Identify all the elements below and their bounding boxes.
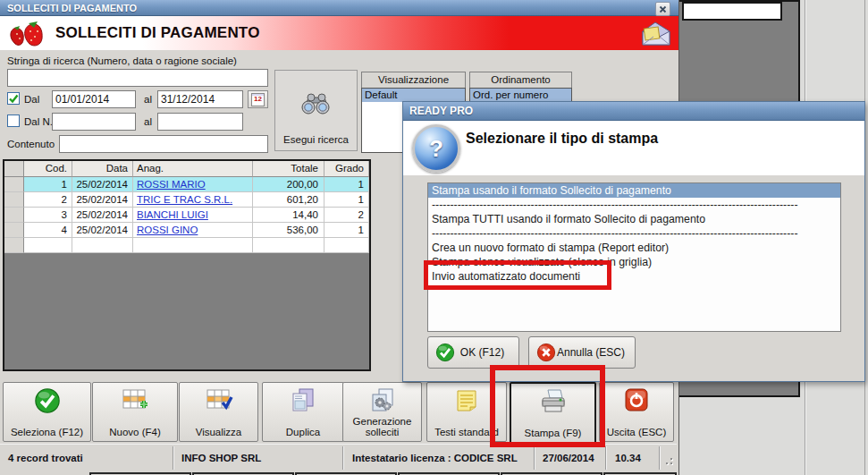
- dialog-titlebar[interactable]: READY PRO: [403, 102, 864, 121]
- table-row[interactable]: 125/02/2014ROSSI MARIO200,001: [4, 177, 369, 192]
- row-marker[interactable]: [4, 177, 24, 192]
- dal-label: Dal: [24, 94, 39, 105]
- gears-doc-icon: [343, 387, 421, 414]
- table-row[interactable]: 225/02/2014TRIC E TRAC S.R.L.601,201: [4, 192, 369, 208]
- date-to-input[interactable]: [157, 90, 243, 108]
- print-dialog: READY PRO ? Selezionare il tipo di stamp…: [402, 101, 865, 382]
- print-option[interactable]: Stampa elenco visualizzato (elenco in gr…: [428, 255, 840, 269]
- col-totale[interactable]: Totale: [253, 161, 324, 177]
- table-row[interactable]: [4, 238, 369, 253]
- anag-link[interactable]: TRIC E TRAC S.R.L.: [137, 194, 232, 205]
- toolbar-button-label: Nuovo (F4): [93, 427, 177, 437]
- print-option[interactable]: Stampa TUTTI usando il formato Sollecito…: [428, 212, 840, 226]
- dialog-title: READY PRO: [403, 102, 864, 120]
- toolbar-button-label: Generazione solleciti: [343, 416, 421, 437]
- al-label-2: al: [144, 116, 152, 127]
- contenuto-input[interactable]: [59, 135, 268, 153]
- calendar-icon[interactable]: 12: [248, 90, 268, 108]
- background-field: [682, 2, 782, 21]
- toolbar-button-generazione-solleciti[interactable]: Generazione solleciti: [342, 382, 422, 442]
- grid-check-icon: [180, 387, 257, 414]
- check-circle-icon: [4, 387, 90, 414]
- ordinamento-header[interactable]: Ordinamento: [469, 72, 572, 89]
- col-data[interactable]: Data: [72, 161, 133, 177]
- search-input[interactable]: [7, 69, 268, 87]
- toolbar-button-duplica[interactable]: Duplica: [262, 382, 344, 442]
- dal-checkbox[interactable]: [7, 92, 20, 105]
- cancel-button-label: Annulla (ESC): [557, 346, 634, 359]
- window-title: SOLLECITI DI PAGAMENTO: [7, 0, 137, 16]
- print-option[interactable]: Invio automatizzato documenti: [428, 269, 840, 284]
- cancel-x-icon: [536, 343, 556, 362]
- power-icon: [600, 387, 673, 412]
- table-row[interactable]: 425/02/2014ROSSI GINO536,001: [4, 223, 369, 238]
- search-label: Stringa di ricerca (Numero, data o ragio…: [7, 55, 237, 66]
- resize-grip[interactable]: [662, 454, 672, 464]
- print-option[interactable]: Crea un nuovo formato di stampa (Report …: [428, 241, 840, 255]
- al-label-1: al: [144, 94, 152, 105]
- results-table: Cod. Data Anag. Totale Grado 125/02/2014…: [3, 159, 371, 371]
- status-license: Intestatario licenza : CODICE SRL: [346, 446, 535, 470]
- anag-link[interactable]: ROSSI GINO: [137, 225, 198, 235]
- toolbar-button-uscita-esc[interactable]: Uscita (ESC): [599, 382, 674, 442]
- ok-button[interactable]: OK (F12): [427, 336, 519, 369]
- strawberries-icon: [7, 19, 48, 48]
- status-company: INFO SHOP SRL: [175, 446, 343, 470]
- search-button[interactable]: Esegui ricerca: [274, 70, 358, 151]
- row-marker[interactable]: [4, 223, 24, 238]
- toolbar-button-label: Testi standard: [427, 427, 506, 437]
- toolbar-button-label: Seleziona (F12): [4, 427, 90, 437]
- toolbar-button-visualizza[interactable]: Visualizza: [179, 382, 258, 442]
- daln-label: Dal N.: [24, 116, 53, 127]
- daln-checkbox[interactable]: [7, 115, 20, 127]
- visualizzazione-selected[interactable]: Default: [362, 89, 465, 102]
- toolbar-button-seleziona-f12[interactable]: Seleziona (F12): [3, 382, 91, 442]
- anag-link[interactable]: ROSSI MARIO: [137, 179, 206, 190]
- toolbar-button-label: Uscita (ESC): [600, 427, 673, 437]
- col-anag[interactable]: Anag.: [133, 161, 253, 177]
- dialog-heading: Selezionare il tipo di stampa: [466, 131, 658, 147]
- window-titlebar[interactable]: SOLLECITI DI PAGAMENTO: [0, 0, 678, 16]
- print-options-list[interactable]: Stampa usando il formato Sollecito di pa…: [427, 182, 841, 332]
- dialog-header: ? Selezionare il tipo di stampa: [403, 121, 864, 175]
- status-bar: 4 record trovati INFO SHOP SRL Intestata…: [0, 444, 677, 471]
- row-marker[interactable]: [4, 238, 24, 253]
- binoculars-icon: [298, 90, 335, 117]
- anag-link[interactable]: BIANCHI LUIGI: [137, 209, 208, 220]
- ok-check-icon: [435, 343, 455, 362]
- cancel-button[interactable]: Annulla (ESC): [528, 336, 636, 369]
- grid-plus-icon: [93, 387, 177, 414]
- col-grado[interactable]: Grado: [324, 161, 369, 177]
- toolbar-button-label: Duplica: [263, 427, 343, 437]
- visualizzazione-header[interactable]: Visualizzazione: [361, 72, 466, 89]
- print-option[interactable]: ----------------------------------------…: [428, 226, 840, 241]
- row-marker[interactable]: [4, 192, 24, 208]
- print-option[interactable]: Stampa usando il formato Sollecito di pa…: [428, 183, 840, 198]
- toolbar-button-stampa-f9[interactable]: Stampa (F9): [510, 382, 596, 444]
- toolbar-button-testi-standard[interactable]: Testi standard: [426, 382, 507, 442]
- status-date: 27/06/2014: [536, 446, 606, 470]
- toolbar-button-label: Visualizza: [180, 427, 257, 437]
- close-icon[interactable]: [655, 2, 670, 16]
- toolbar-button-nuovo-f4[interactable]: Nuovo (F4): [92, 382, 178, 442]
- page-title: SOLLECITI DI PAGAMENTO: [55, 16, 260, 50]
- table-row[interactable]: 325/02/2014BIANCHI LUIGI14,402: [4, 208, 369, 223]
- search-button-label: Esegui ricerca: [275, 134, 357, 145]
- print-option[interactable]: ----------------------------------------…: [428, 198, 840, 212]
- number-from-input[interactable]: [52, 113, 136, 131]
- status-time: 10.34: [609, 446, 660, 470]
- ok-button-label: OK (F12): [460, 346, 513, 359]
- question-icon: ?: [412, 124, 460, 173]
- number-to-input[interactable]: [157, 113, 243, 131]
- row-marker[interactable]: [4, 208, 24, 223]
- col-cod[interactable]: Cod.: [24, 161, 72, 177]
- printer-icon: [511, 388, 594, 415]
- mail-icon[interactable]: [637, 19, 673, 47]
- note-icon: [427, 387, 506, 414]
- date-from-input[interactable]: [52, 90, 136, 108]
- header-band: SOLLECITI DI PAGAMENTO: [0, 16, 678, 50]
- ordinamento-selected[interactable]: Ord. per numero: [470, 89, 571, 102]
- toolbar-button-label: Stampa (F9): [511, 428, 594, 438]
- contenuto-label: Contenuto: [7, 139, 55, 149]
- copy-icon: [263, 387, 343, 414]
